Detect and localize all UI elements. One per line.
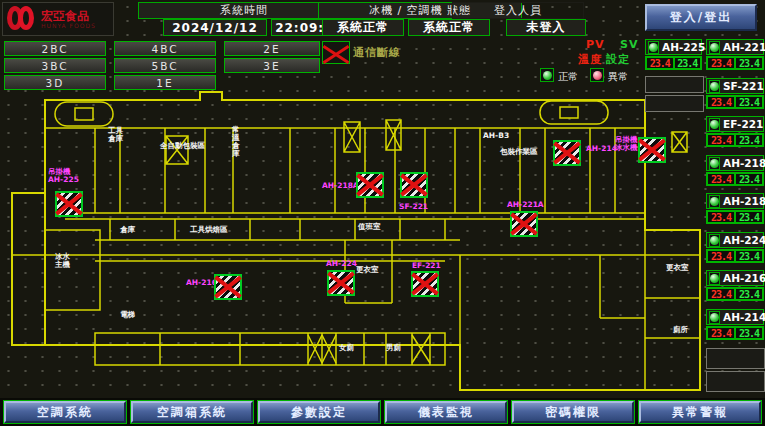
unit-status-led	[648, 41, 659, 54]
unit-values-ah-221a: 23.423.4	[706, 56, 764, 70]
login-status-text: 未登入	[527, 19, 566, 36]
ahu-disconnected-icon[interactable]	[553, 140, 581, 166]
floor-button-3e[interactable]: 3E	[224, 58, 320, 73]
unit-ah-224[interactable]: AH-224	[706, 232, 764, 248]
room-label: 常 溫 倉 庫	[232, 126, 240, 158]
unit-values-ah-214: 23.423.4	[706, 326, 764, 340]
unit-name-label: AH-221A	[723, 41, 765, 53]
unit-label: AH-214	[586, 145, 617, 153]
pv-header: PV	[586, 38, 605, 51]
nav-button-3[interactable]: 參數設定	[258, 401, 380, 423]
pv-value: 23.4	[707, 250, 735, 262]
nav-button-5[interactable]: 密碼權限	[512, 401, 634, 423]
ahu-disconnected-icon[interactable]	[411, 271, 439, 297]
sv-value: 23.4	[735, 211, 763, 223]
unit-name-label: AH-216	[723, 272, 765, 284]
unit-values-ah-218b: 23.423.4	[706, 210, 764, 224]
nav-slot: 空調箱系統	[130, 400, 254, 424]
unit-ah-225[interactable]: AH-225	[645, 39, 702, 55]
unit-values-sf-221: 23.423.4	[706, 95, 764, 109]
floor-button-2bc[interactable]: 2BC	[4, 41, 106, 56]
company-logo: 宏亞食品 HUNYA FOODS	[2, 2, 114, 36]
sv-value: 23.4	[735, 173, 763, 185]
room-label: 值班室	[358, 223, 381, 231]
floor-button-4bc[interactable]: 4BC	[114, 41, 216, 56]
unit-status-led	[709, 118, 720, 131]
unit-ah-221a[interactable]: AH-221A	[706, 39, 764, 55]
floor-button-2e[interactable]: 2E	[224, 41, 320, 56]
pv-value: 23.4	[707, 327, 735, 339]
normal-label: 正常	[558, 70, 578, 84]
system-time-label: 系統時間	[220, 3, 268, 18]
sv-value: 23.4	[735, 327, 763, 339]
unit-status-led	[709, 311, 720, 324]
login-status-value: 未登入	[506, 19, 586, 36]
nav-button-6[interactable]: 異常警報	[639, 401, 761, 423]
ahu-disconnected-icon[interactable]	[214, 274, 242, 300]
unit-status-led	[709, 41, 720, 54]
ahu-status-value: 系統正常	[408, 19, 490, 36]
room-label: 工具烘焙區	[190, 226, 228, 234]
pv-value: 23.4	[707, 134, 735, 146]
unit-values-ah-218a: 23.423.4	[706, 172, 764, 186]
room-label: 工具 倉庫	[108, 127, 123, 143]
unit-sf-221[interactable]: SF-221	[706, 78, 764, 94]
room-label: 廁所	[673, 326, 688, 334]
ahu-disconnected-icon[interactable]	[400, 172, 428, 198]
room-label: 更衣室	[356, 266, 379, 274]
ahu-disconnected-icon[interactable]	[327, 270, 355, 296]
login-label: 登入人員	[494, 3, 542, 18]
unit-status-led	[709, 80, 720, 93]
unit-name-label: EF-221	[723, 118, 763, 130]
sv-header: SV	[620, 38, 638, 51]
unit-name-label: AH-225	[662, 41, 705, 53]
unit-label: EF-221	[412, 262, 441, 270]
sv-value: 23.4	[674, 57, 702, 69]
unit-label: SF-221	[399, 203, 428, 211]
unit-ah-216[interactable]: AH-216	[706, 270, 764, 286]
room-label: 更衣室	[666, 264, 689, 272]
empty-slot	[706, 371, 765, 392]
ahu-disconnected-icon[interactable]	[510, 211, 538, 237]
unit-ah-218b[interactable]: AH-218B	[706, 193, 764, 209]
floorplan: 吊掛機 AH-225AH-216AH-218ASF-221AH-214吊掛機 冰…	[0, 88, 765, 398]
unit-name-label: AH-214	[723, 311, 765, 323]
unit-name-label: AH-224	[723, 234, 765, 246]
login-logout-button[interactable]: 登入/登出	[645, 4, 757, 31]
ahu-disconnected-icon[interactable]	[638, 137, 666, 163]
unit-ah-218a[interactable]: AH-218A	[706, 155, 764, 171]
abnormal-led-icon	[590, 68, 604, 82]
chiller-status-text: 系統正常	[337, 19, 389, 36]
room-label: 電梯	[120, 311, 135, 319]
comm-loss-label: 通信斷線	[353, 45, 401, 60]
nav-button-1[interactable]: 空調系統	[4, 401, 126, 423]
unit-ah-214[interactable]: AH-214	[706, 309, 764, 325]
sv-value: 23.4	[735, 250, 763, 262]
sv-value: 23.4	[735, 288, 763, 300]
unit-values-ah-224: 23.423.4	[706, 249, 764, 263]
ahu-status-text: 系統正常	[423, 19, 475, 36]
unit-status-led	[709, 157, 720, 170]
unit-ef-221[interactable]: EF-221	[706, 116, 764, 132]
normal-led-icon	[540, 68, 554, 82]
unit-label: 吊掛機 冰水機	[615, 136, 638, 152]
ahu-disconnected-icon[interactable]	[356, 172, 384, 198]
nav-button-2[interactable]: 空調箱系統	[131, 401, 253, 423]
brand-name: 宏亞食品	[41, 10, 96, 22]
unit-name-label: SF-221	[723, 80, 764, 92]
nav-button-4[interactable]: 儀表監視	[385, 401, 507, 423]
ahu-disconnected-icon[interactable]	[55, 191, 83, 217]
date-text: 2024/12/12	[172, 21, 258, 35]
floor-button-3bc[interactable]: 3BC	[4, 58, 106, 73]
pv-value: 23.4	[707, 288, 735, 300]
room-label: 包裝作業區	[500, 148, 538, 156]
unit-name-label: AH-218A	[723, 157, 765, 169]
nav-slot: 空調系統	[3, 400, 127, 424]
comm-loss-icon	[322, 41, 350, 64]
floor-button-5bc[interactable]: 5BC	[114, 58, 216, 73]
brand-subtitle: HUNYA FOODS	[41, 22, 96, 29]
abnormal-label: 異常	[608, 70, 628, 84]
pv-value: 23.4	[707, 57, 735, 69]
sv-value: 23.4	[735, 57, 763, 69]
chiller-status-value: 系統正常	[322, 19, 404, 36]
